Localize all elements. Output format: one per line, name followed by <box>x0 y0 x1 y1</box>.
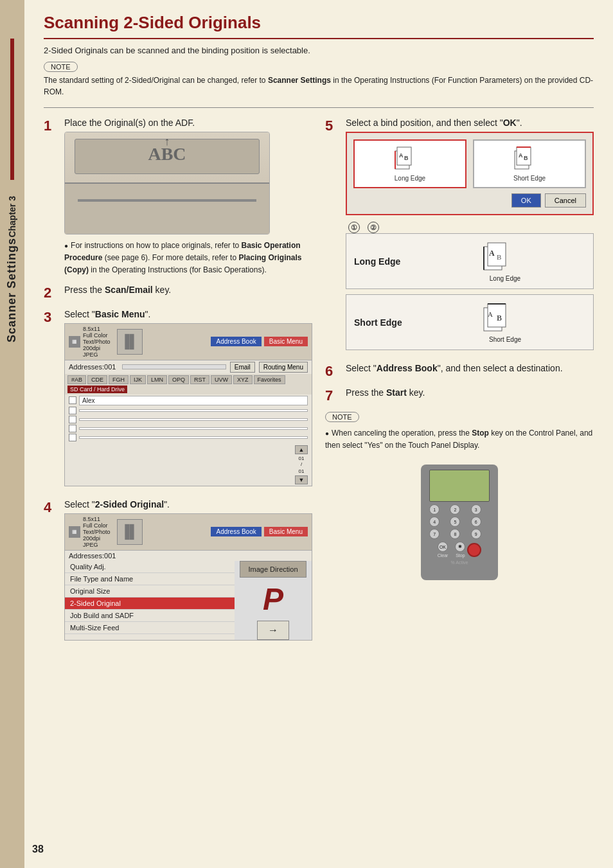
routing-btn-3[interactable]: Routing Menu <box>259 362 308 373</box>
menu-color-4: Full Color <box>83 522 111 529</box>
scanner-info-3: ▦ 8.5x11 Full Color Text/Photo 200dpi JP… <box>69 326 143 358</box>
divider <box>44 107 594 108</box>
contact-row-5 <box>69 434 308 441</box>
step-5: 5 Select a bind position, and then selec… <box>325 118 594 355</box>
step-7-num: 7 <box>325 387 339 404</box>
tab-xyz[interactable]: XYZ <box>233 375 253 384</box>
tab-ijk[interactable]: IJK <box>130 375 146 384</box>
step-7-label: Press the Start key. <box>346 387 594 398</box>
menu-addr-btn-4[interactable]: Address Book <box>211 527 261 536</box>
menu-item-2sided[interactable]: 2-Sided Original <box>65 598 235 610</box>
long-edge-icon-label: Long Edge <box>490 275 520 282</box>
menu-item-multisize[interactable]: Multi-Size Feed <box>65 622 235 634</box>
sd-btn-3[interactable]: SD Card / Hard Drive <box>67 385 127 393</box>
step-6-label: Select "Address Book", and then select a… <box>346 363 594 373</box>
email-btn-3[interactable]: Email <box>230 362 255 373</box>
bind-option-short[interactable]: A B Short Edge <box>473 139 586 188</box>
contacts-3: Alex <box>65 394 312 444</box>
step-2-label: Press the Scan/Email key. <box>64 285 312 295</box>
nav-arrows-3: ▲ 01/ 01 ▼ <box>295 445 308 484</box>
cp-btn-5: 5 <box>450 517 460 527</box>
short-edge-label: Short Edge <box>479 175 580 182</box>
step-1: 1 Place the Original(s) on the ADF. ABC <box>44 118 312 277</box>
tab-fav[interactable]: Favorites <box>254 375 285 384</box>
contact-check-4[interactable] <box>69 425 76 432</box>
step-4-label: Select "2-Sided Original". <box>64 499 312 509</box>
short-edge-icon-detail: A B Short Edge <box>483 301 528 343</box>
contact-row-4 <box>69 425 308 432</box>
contact-check-3[interactable] <box>69 416 76 423</box>
cp-btn-7: 7 <box>429 529 440 539</box>
short-edge-icon-label: Short Edge <box>489 336 521 343</box>
cp-btn-2: 2 <box>450 504 460 515</box>
control-panel: 1 2 3 4 5 6 7 8 9 OK Clear <box>421 465 498 580</box>
tab-opq[interactable]: OPQ <box>168 375 189 384</box>
scanner-btns-3: Address Book Basic Menu <box>211 337 308 346</box>
menu-icon-4: ▦ <box>69 526 80 538</box>
scanner-size-3: 8.5x11 <box>83 326 111 332</box>
tab-cde[interactable]: CDE <box>87 375 107 384</box>
contact-name-4 <box>79 427 308 430</box>
cp-btn-1: 1 <box>429 504 440 515</box>
addresses-label-3: Addresses:001 <box>69 363 116 371</box>
bind-buttons: OK Cancel <box>353 193 586 208</box>
menu-items-4: Quality Adj. File Type and Name Original… <box>65 561 235 640</box>
nav-down[interactable]: ▼ <box>295 475 308 484</box>
cp-btn-4: 4 <box>429 517 440 527</box>
basic-menu-btn-3[interactable]: Basic Menu <box>264 337 308 346</box>
long-edge-icon-detail: A B Long Edge <box>483 240 528 282</box>
menu-side-4: Quality Adj. File Type and Name Original… <box>65 561 312 640</box>
tab-fgh[interactable]: FGH <box>109 375 129 384</box>
bind-option-long[interactable]: A B Long Edge <box>353 139 466 188</box>
main-content: Scanning 2-Sided Originals 2-Sided Origi… <box>24 0 613 661</box>
tab-lmn[interactable]: LMN <box>147 375 167 384</box>
scanner-color-3: Full Color <box>83 332 111 339</box>
tab-ab[interactable]: #AB <box>67 375 86 384</box>
cp-active-label: % Active <box>451 560 468 565</box>
menu-ui-step4: ▦ 8.5x11 Full Color Text/Photo 200dpi JP… <box>64 513 312 641</box>
menu-visual-4: Image Direction P → <box>235 561 312 640</box>
address-row-3: Addresses:001 Email Routing Menu <box>65 360 312 374</box>
bind-cancel-btn[interactable]: Cancel <box>545 193 586 208</box>
contact-check-2[interactable] <box>69 407 76 414</box>
nav-up[interactable]: ▲ <box>295 445 308 454</box>
note-label-top: NOTE <box>51 63 71 71</box>
long-edge-icon: A B <box>360 146 460 172</box>
cp-bottom-left: OK Clear <box>438 542 449 558</box>
col-right: 5 Select a bind position, and then selec… <box>325 118 594 648</box>
menu-item-quality[interactable]: Quality Adj. <box>65 561 235 573</box>
menu-btns-4: Address Book Basic Menu <box>211 527 308 536</box>
contact-check[interactable] <box>69 396 76 404</box>
bind-ok-btn[interactable]: OK <box>511 193 541 208</box>
contact-name-3 <box>79 418 308 421</box>
tab-rst[interactable]: RST <box>190 375 209 384</box>
nav-page-num: 01 <box>299 468 305 474</box>
contact-check-5[interactable] <box>69 434 76 441</box>
address-book-btn-3[interactable]: Address Book <box>211 337 261 346</box>
short-edge-detail-img: A B Short Edge <box>425 301 585 343</box>
circle-1: ① <box>348 222 360 233</box>
cp-btn-8: 8 <box>450 529 460 539</box>
svg-text:B: B <box>497 253 501 261</box>
tab-uvw[interactable]: UVW <box>211 375 232 384</box>
two-col-layout: 1 Place the Original(s) on the ADF. ABC <box>44 118 594 648</box>
menu-size-4: 8.5x11 <box>83 516 111 522</box>
menu-item-filetype[interactable]: File Type and Name <box>65 573 235 585</box>
feed-arrow-icon: → <box>268 624 278 636</box>
menu-item-jobbuild[interactable]: Job Build and SADF <box>65 610 235 622</box>
step-1-bullets: For instructions on how to place origina… <box>64 240 312 277</box>
scanner-bar-3: ▐▌ <box>117 329 143 355</box>
menu-basic-btn-4[interactable]: Basic Menu <box>264 527 308 536</box>
sidebar-chapter-label: Chapter 3 <box>7 196 17 238</box>
step-3-num: 3 <box>44 309 58 492</box>
step-3-label: Select "Basic Menu". <box>64 309 312 319</box>
addr-bar-3 <box>122 364 226 369</box>
cp-screen <box>429 470 490 502</box>
tab-row-3: #AB CDE FGH IJK LMN OPQ RST UVW XYZ Favo… <box>65 374 312 394</box>
contact-name-alex: Alex <box>79 396 308 405</box>
long-edge-detail-svg: A B <box>483 240 528 272</box>
menu-addr-label-4: Addresses:001 <box>69 552 116 560</box>
svg-text:B: B <box>524 155 528 161</box>
cp-bottom-right: ✱ Stop <box>455 542 465 558</box>
menu-item-origsize[interactable]: Original Size <box>65 585 235 598</box>
